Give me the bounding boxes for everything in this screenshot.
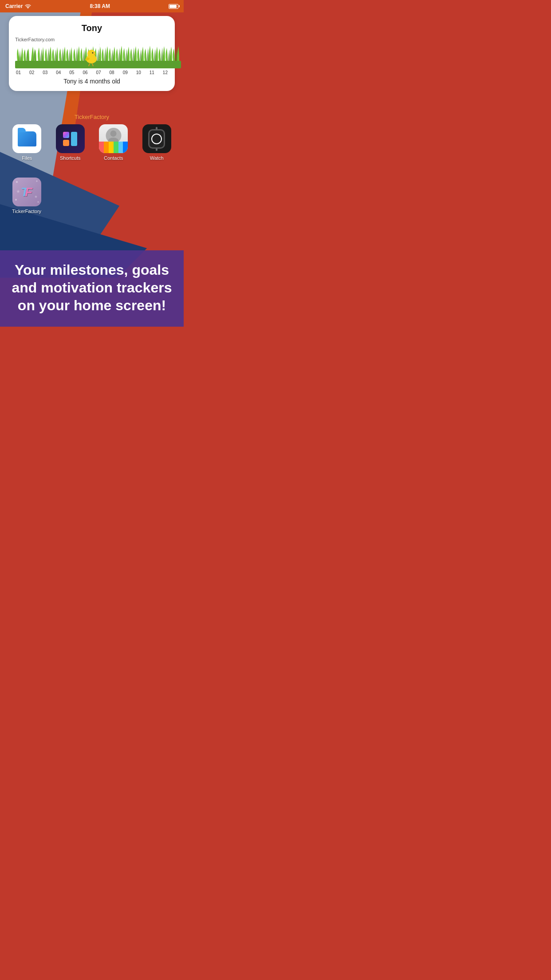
app-item-watch[interactable]: Watch [137,124,177,161]
svg-point-0 [28,8,28,8]
contacts-icon[interactable] [99,124,128,153]
tickerfactory-label: TickerFactory [12,209,41,214]
tickerfactory-icon[interactable]: T F [12,178,41,206]
svg-point-3 [87,50,95,58]
app-item-tickerfactory[interactable]: T F TickerFactory [7,178,46,214]
ticker-widget[interactable]: Tony TickerFactory.com // This is inside… [9,16,175,91]
files-icon[interactable] [12,124,41,153]
shortcuts-icon[interactable] [56,124,85,153]
watch-face [148,129,165,149]
svg-point-4 [92,52,94,54]
status-bar: Carrier 8:38 AM [0,0,184,12]
app-item-files[interactable]: Files [7,124,47,161]
ticker-letter-f: F [25,185,32,199]
svg-point-13 [110,130,116,137]
svg-point-18 [37,202,39,203]
widget-months: 01 02 03 04 05 06 07 08 09 10 11 12 [15,70,169,75]
app-grid-row1: Files Shortcuts [7,124,177,161]
promo-banner: Your milestones, goals and motivation tr… [0,250,184,327]
widget-chart: // This is inside SVG, won't run. Grass … [15,44,169,68]
carrier-label: Carrier [5,3,23,9]
contacts-avatar [106,128,121,143]
app-grid-row2: T F TickerFactory [7,178,46,214]
status-time: 8:38 AM [90,3,110,9]
contacts-person-svg [106,128,121,143]
svg-rect-1 [15,61,181,68]
svg-rect-11 [63,140,69,146]
status-left: Carrier [5,3,31,9]
watch-icon[interactable] [142,124,171,153]
watch-circle [151,134,162,144]
svg-rect-12 [71,132,77,146]
contacts-color-bar [99,142,128,153]
battery-icon [169,4,178,9]
widget-app-label: TickerFactory [0,114,184,120]
shortcuts-logo [61,130,79,148]
files-folder [18,131,36,146]
svg-point-15 [16,181,18,183]
svg-point-17 [15,199,17,201]
status-right [169,4,178,9]
watch-label: Watch [150,155,164,161]
promo-text: Your milestones, goals and motivation tr… [9,261,175,314]
contacts-label: Contacts [104,155,123,161]
widget-title: Tony [15,23,169,33]
svg-point-16 [36,181,37,182]
widget-url: TickerFactory.com [15,37,169,42]
files-label: Files [22,155,32,161]
grass-svg: // This is inside SVG, won't run. Grass … [15,44,181,68]
shortcuts-label: Shortcuts [60,155,80,161]
widget-subtitle: Tony is 4 months old [15,78,169,85]
wifi-icon [25,4,31,8]
app-item-contacts[interactable]: Contacts [94,124,134,161]
app-item-shortcuts[interactable]: Shortcuts [51,124,91,161]
svg-rect-10 [63,132,69,138]
